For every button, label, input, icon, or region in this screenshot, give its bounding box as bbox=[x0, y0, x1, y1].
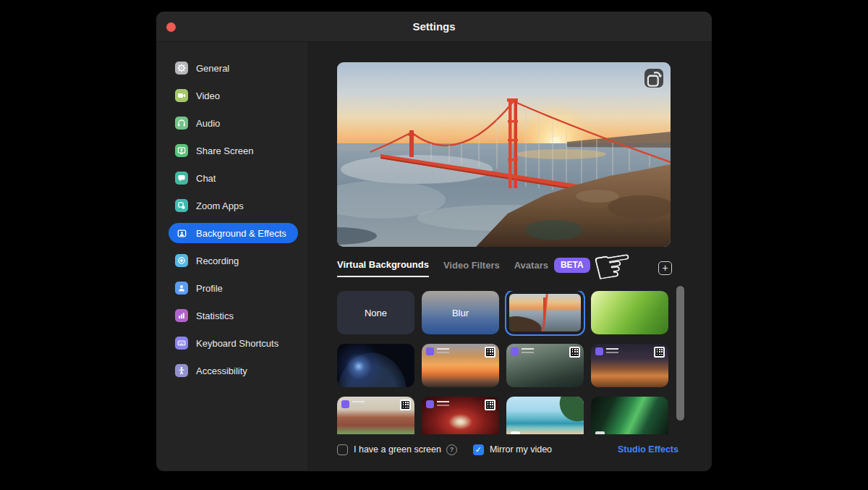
keyboard-icon bbox=[175, 337, 188, 350]
qr-code bbox=[654, 347, 665, 358]
tab-avatars[interactable]: Avatars BETA bbox=[514, 258, 590, 279]
sidebar-item-zoom-apps[interactable]: Zoom Apps bbox=[169, 195, 298, 216]
sidebar-item-statistics[interactable]: Statistics bbox=[169, 305, 298, 326]
thumbnail-campus[interactable] bbox=[337, 397, 414, 434]
thumbnail-earth-space[interactable] bbox=[337, 344, 414, 387]
sidebar-item-background-effects[interactable]: Background & Effects bbox=[169, 223, 298, 243]
chat-bubble-icon bbox=[175, 172, 188, 185]
brand-logo bbox=[426, 347, 434, 355]
title-bar: Settings bbox=[156, 12, 712, 42]
brand-text-lines bbox=[437, 348, 449, 354]
thumbnail-none[interactable]: None bbox=[337, 291, 414, 334]
sidebar-item-keyboard-shortcuts[interactable]: Keyboard Shortcuts bbox=[169, 333, 298, 353]
sidebar-item-profile[interactable]: Profile bbox=[169, 278, 298, 298]
record-icon bbox=[175, 254, 188, 267]
gear-icon bbox=[175, 62, 188, 75]
sidebar-item-label: Recording bbox=[196, 255, 239, 266]
sidebar-item-label: Chat bbox=[196, 173, 216, 184]
bar-chart-icon bbox=[175, 309, 188, 322]
background-effects-panel: Virtual Backgrounds Video Filters Avatar… bbox=[309, 42, 712, 470]
background-icon bbox=[175, 227, 188, 240]
qr-code bbox=[400, 400, 411, 410]
thumbnail-blur[interactable]: Blur bbox=[422, 291, 499, 334]
brand-text-lines bbox=[522, 348, 534, 354]
background-tabs: Virtual Backgrounds Video Filters Avatar… bbox=[337, 258, 590, 279]
popout-icon bbox=[644, 69, 663, 88]
tab-virtual-backgrounds[interactable]: Virtual Backgrounds bbox=[337, 259, 429, 277]
thumbnail-sunset-sky[interactable] bbox=[422, 344, 499, 387]
headphones-icon bbox=[175, 117, 188, 130]
sidebar-item-recording[interactable]: Recording bbox=[169, 250, 298, 271]
thumbnail-bridge-sunset-selected[interactable] bbox=[506, 291, 584, 334]
sidebar-item-label: Statistics bbox=[196, 311, 234, 321]
thumbnail-misty-valley[interactable] bbox=[506, 344, 584, 387]
tab-video-filters[interactable]: Video Filters bbox=[443, 260, 500, 276]
thumbnail-badge bbox=[511, 431, 520, 434]
qr-code bbox=[485, 347, 495, 358]
sidebar-item-video[interactable]: Video bbox=[169, 85, 298, 106]
screen: Settings General Video bbox=[0, 0, 868, 490]
brand-text-lines bbox=[437, 401, 449, 407]
sidebar-item-accessibility[interactable]: Accessibility bbox=[169, 360, 298, 381]
sidebar-item-label: Audio bbox=[196, 118, 220, 129]
sidebar-item-chat[interactable]: Chat bbox=[169, 168, 298, 188]
add-background-button[interactable]: + bbox=[658, 261, 672, 275]
brand-logo bbox=[341, 400, 349, 408]
video-camera-icon bbox=[175, 89, 188, 102]
brand-logo bbox=[595, 347, 603, 355]
close-window-button[interactable] bbox=[166, 22, 176, 32]
thumbnail-label: None bbox=[365, 308, 387, 318]
thumbnail-beach-palm[interactable] bbox=[506, 397, 584, 434]
studio-effects-link[interactable]: Studio Effects bbox=[618, 444, 678, 455]
tab-label: Video Filters bbox=[443, 260, 500, 271]
panel-footer: I have a green screen ? ✓ Mirror my vide… bbox=[337, 442, 678, 457]
settings-sidebar: General Video Audio bbox=[156, 42, 309, 470]
sidebar-item-label: Accessibility bbox=[196, 366, 247, 376]
thumbnail-aurora[interactable] bbox=[591, 397, 668, 434]
share-screen-icon bbox=[175, 144, 188, 157]
sidebar-item-label: Background & Effects bbox=[196, 228, 286, 239]
apps-icon bbox=[175, 199, 188, 212]
green-screen-checkbox[interactable] bbox=[337, 444, 348, 455]
video-preview bbox=[337, 62, 671, 247]
sidebar-item-label: General bbox=[196, 63, 229, 74]
person-icon bbox=[175, 282, 188, 295]
thumbnail-city-night[interactable] bbox=[591, 344, 668, 387]
sidebar-item-label: Share Screen bbox=[196, 145, 254, 156]
mirror-video-label: Mirror my video bbox=[490, 444, 552, 455]
thumbnail-badge bbox=[595, 431, 605, 434]
sidebar-item-share-screen[interactable]: Share Screen bbox=[169, 140, 298, 161]
brand-text-lines bbox=[352, 401, 365, 407]
brand-logo bbox=[426, 400, 434, 408]
sidebar-item-general[interactable]: General bbox=[169, 58, 298, 78]
settings-window: Settings General Video bbox=[156, 12, 712, 471]
mirror-video-checkbox[interactable]: ✓ bbox=[473, 444, 484, 455]
sidebar-item-label: Profile bbox=[196, 283, 223, 294]
sidebar-item-label: Keyboard Shortcuts bbox=[196, 338, 278, 349]
thumbnail-theater[interactable] bbox=[422, 397, 499, 434]
beta-badge: BETA bbox=[554, 258, 590, 273]
popout-preview-button[interactable] bbox=[644, 69, 663, 88]
green-screen-label: I have a green screen bbox=[354, 444, 441, 455]
sidebar-item-label: Zoom Apps bbox=[196, 200, 244, 211]
tab-label: Virtual Backgrounds bbox=[337, 259, 429, 270]
qr-code bbox=[485, 400, 495, 410]
help-icon[interactable]: ? bbox=[446, 444, 457, 455]
golden-gate-preview-image bbox=[337, 62, 671, 247]
brand-text-lines bbox=[606, 348, 618, 354]
window-title: Settings bbox=[412, 20, 455, 33]
sidebar-item-audio[interactable]: Audio bbox=[169, 113, 298, 133]
scrollbar-thumb[interactable] bbox=[676, 286, 684, 421]
tab-label: Avatars bbox=[514, 260, 548, 271]
brand-logo bbox=[511, 347, 519, 355]
thumbnail-label: Blur bbox=[452, 308, 469, 318]
thumbnail-grass[interactable] bbox=[591, 291, 668, 334]
background-thumbnails: None Blur bbox=[337, 291, 671, 434]
qr-code bbox=[569, 347, 580, 358]
sidebar-item-label: Video bbox=[196, 90, 220, 101]
accessibility-icon bbox=[175, 364, 188, 377]
